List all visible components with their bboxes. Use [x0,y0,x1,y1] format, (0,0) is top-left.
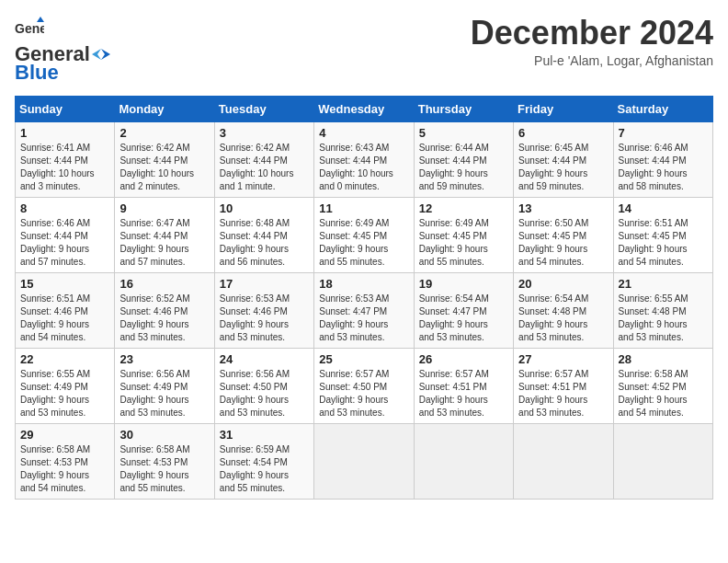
day-number: 11 [319,201,408,215]
day-cell: 7Sunrise: 6:46 AM Sunset: 4:44 PM Daylig… [613,122,712,198]
day-info: Sunrise: 6:48 AM Sunset: 4:44 PM Dayligh… [220,217,309,269]
day-number: 25 [319,352,408,366]
day-info: Sunrise: 6:42 AM Sunset: 4:44 PM Dayligh… [119,142,209,193]
day-header-saturday: Saturday [613,97,712,122]
day-number: 17 [220,277,309,291]
day-cell: 25Sunrise: 6:57 AM Sunset: 4:50 PM Dayli… [314,349,414,424]
day-cell: 22Sunrise: 6:55 AM Sunset: 4:49 PM Dayli… [16,349,115,424]
day-number: 14 [619,201,708,215]
day-cell: 5Sunrise: 6:44 AM Sunset: 4:44 PM Daylig… [414,122,513,198]
day-cell: 4Sunrise: 6:43 AM Sunset: 4:44 PM Daylig… [314,122,414,198]
day-number: 5 [419,126,508,140]
day-number: 22 [20,352,109,366]
logo-bird-icon [92,47,110,62]
day-info: Sunrise: 6:57 AM Sunset: 4:51 PM Dayligh… [518,368,608,419]
day-number: 15 [20,277,109,291]
day-info: Sunrise: 6:46 AM Sunset: 4:44 PM Dayligh… [619,142,708,193]
day-number: 10 [220,201,309,215]
day-cell [314,424,414,500]
day-number: 31 [220,428,309,442]
day-cell: 21Sunrise: 6:55 AM Sunset: 4:48 PM Dayli… [613,273,712,349]
day-cell: 11Sunrise: 6:49 AM Sunset: 4:45 PM Dayli… [314,198,414,273]
day-cell: 20Sunrise: 6:54 AM Sunset: 4:48 PM Dayli… [514,273,613,349]
week-row-1: 1Sunrise: 6:41 AM Sunset: 4:44 PM Daylig… [16,122,713,198]
day-info: Sunrise: 6:43 AM Sunset: 4:44 PM Dayligh… [319,142,408,193]
day-number: 3 [220,126,309,140]
day-header-friday: Friday [514,97,613,122]
calendar-header-row: SundayMondayTuesdayWednesdayThursdayFrid… [16,97,713,122]
day-number: 21 [619,277,708,291]
day-cell: 9Sunrise: 6:47 AM Sunset: 4:44 PM Daylig… [115,198,214,273]
logo-blue: Blue [15,61,59,85]
title-area: December 2024 Pul-e 'Alam, Logar, Afghan… [471,15,713,68]
day-number: 27 [518,352,608,366]
day-info: Sunrise: 6:53 AM Sunset: 4:47 PM Dayligh… [319,293,408,344]
day-number: 16 [119,277,209,291]
day-cell: 28Sunrise: 6:58 AM Sunset: 4:52 PM Dayli… [613,349,712,424]
day-number: 23 [119,352,209,366]
day-cell: 10Sunrise: 6:48 AM Sunset: 4:44 PM Dayli… [214,198,313,273]
day-cell [514,424,613,500]
day-number: 2 [119,126,209,140]
day-info: Sunrise: 6:44 AM Sunset: 4:44 PM Dayligh… [419,142,508,193]
day-cell: 27Sunrise: 6:57 AM Sunset: 4:51 PM Dayli… [514,349,613,424]
day-cell: 23Sunrise: 6:56 AM Sunset: 4:49 PM Dayli… [115,349,214,424]
day-info: Sunrise: 6:45 AM Sunset: 4:44 PM Dayligh… [518,142,608,193]
day-info: Sunrise: 6:46 AM Sunset: 4:44 PM Dayligh… [20,217,109,269]
day-info: Sunrise: 6:59 AM Sunset: 4:54 PM Dayligh… [220,443,309,495]
day-info: Sunrise: 6:57 AM Sunset: 4:50 PM Dayligh… [319,368,408,419]
week-row-3: 15Sunrise: 6:51 AM Sunset: 4:46 PM Dayli… [16,273,713,349]
day-info: Sunrise: 6:52 AM Sunset: 4:46 PM Dayligh… [119,293,209,344]
day-info: Sunrise: 6:41 AM Sunset: 4:44 PM Dayligh… [20,142,109,193]
day-info: Sunrise: 6:55 AM Sunset: 4:49 PM Dayligh… [20,368,109,419]
day-cell: 15Sunrise: 6:51 AM Sunset: 4:46 PM Dayli… [16,273,115,349]
day-number: 9 [119,201,209,215]
logo-icon: General [15,15,44,44]
day-number: 12 [419,201,508,215]
day-info: Sunrise: 6:49 AM Sunset: 4:45 PM Dayligh… [319,217,408,269]
day-number: 7 [619,126,708,140]
day-number: 29 [20,428,109,442]
day-info: Sunrise: 6:55 AM Sunset: 4:48 PM Dayligh… [619,293,708,344]
day-cell: 6Sunrise: 6:45 AM Sunset: 4:44 PM Daylig… [514,122,613,198]
day-info: Sunrise: 6:56 AM Sunset: 4:50 PM Dayligh… [220,368,309,419]
page-subtitle: Pul-e 'Alam, Logar, Afghanistan [471,53,713,68]
day-number: 30 [119,428,209,442]
day-cell: 3Sunrise: 6:42 AM Sunset: 4:44 PM Daylig… [214,122,313,198]
day-cell: 1Sunrise: 6:41 AM Sunset: 4:44 PM Daylig… [16,122,115,198]
day-cell: 29Sunrise: 6:58 AM Sunset: 4:53 PM Dayli… [16,424,115,500]
day-info: Sunrise: 6:58 AM Sunset: 4:53 PM Dayligh… [119,443,209,495]
page-header: General General Blue December 2024 Pul-e… [15,15,713,85]
day-cell: 12Sunrise: 6:49 AM Sunset: 4:45 PM Dayli… [414,198,513,273]
day-cell [613,424,712,500]
day-number: 8 [20,201,109,215]
day-info: Sunrise: 6:56 AM Sunset: 4:49 PM Dayligh… [119,368,209,419]
day-number: 1 [20,126,109,140]
week-row-2: 8Sunrise: 6:46 AM Sunset: 4:44 PM Daylig… [16,198,713,273]
day-number: 13 [518,201,608,215]
day-info: Sunrise: 6:50 AM Sunset: 4:45 PM Dayligh… [518,217,608,269]
day-number: 6 [518,126,608,140]
day-cell: 31Sunrise: 6:59 AM Sunset: 4:54 PM Dayli… [214,424,313,500]
day-header-wednesday: Wednesday [314,97,414,122]
day-number: 28 [619,352,708,366]
week-row-5: 29Sunrise: 6:58 AM Sunset: 4:53 PM Dayli… [16,424,713,500]
day-cell: 30Sunrise: 6:58 AM Sunset: 4:53 PM Dayli… [115,424,214,500]
page-title: December 2024 [471,15,713,52]
week-row-4: 22Sunrise: 6:55 AM Sunset: 4:49 PM Dayli… [16,349,713,424]
day-number: 20 [518,277,608,291]
day-number: 26 [419,352,508,366]
day-number: 24 [220,352,309,366]
svg-text:General: General [15,21,44,36]
day-number: 18 [319,277,408,291]
day-cell: 19Sunrise: 6:54 AM Sunset: 4:47 PM Dayli… [414,273,513,349]
day-header-sunday: Sunday [16,97,115,122]
day-cell: 16Sunrise: 6:52 AM Sunset: 4:46 PM Dayli… [115,273,214,349]
day-info: Sunrise: 6:49 AM Sunset: 4:45 PM Dayligh… [419,217,508,269]
day-cell: 18Sunrise: 6:53 AM Sunset: 4:47 PM Dayli… [314,273,414,349]
day-info: Sunrise: 6:54 AM Sunset: 4:47 PM Dayligh… [419,293,508,344]
day-header-thursday: Thursday [414,97,513,122]
day-cell: 14Sunrise: 6:51 AM Sunset: 4:45 PM Dayli… [613,198,712,273]
day-number: 4 [319,126,408,140]
calendar-table: SundayMondayTuesdayWednesdayThursdayFrid… [15,96,713,500]
